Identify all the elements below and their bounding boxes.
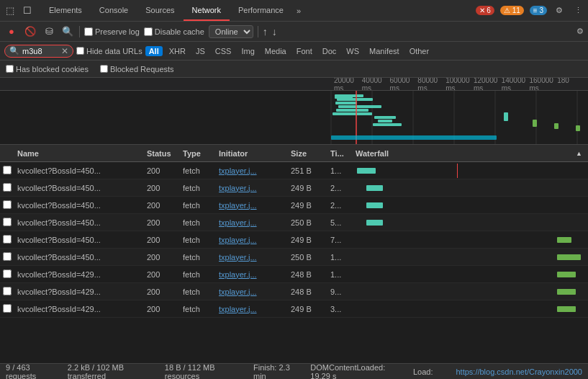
- filter-type-manifest[interactable]: Manifest: [366, 46, 403, 56]
- row-status: 200: [144, 305, 180, 313]
- tab-performance[interactable]: Performance: [230, 0, 292, 21]
- table-row[interactable]: kvcollect?BossId=429... 200 fetch txplay…: [0, 266, 588, 283]
- row-time: 1...: [327, 166, 353, 175]
- has-blocked-cookies-input[interactable]: [6, 65, 14, 73]
- clear-search-button[interactable]: ✕: [61, 46, 68, 56]
- separator-1: [79, 26, 80, 37]
- tl-label-2: 40000 ms: [362, 78, 390, 91]
- filter-type-js[interactable]: JS: [192, 46, 209, 56]
- stop-button[interactable]: 🚫: [23, 24, 37, 39]
- row-checkbox[interactable]: [3, 269, 12, 278]
- row-checkbox[interactable]: [3, 200, 12, 209]
- more-options-icon[interactable]: ⋮: [571, 6, 585, 15]
- transferred-size: 2.2 kB / 102 MB transferred: [68, 363, 153, 380]
- has-blocked-cookies-checkbox[interactable]: Has blocked cookies: [6, 65, 89, 73]
- blocked-requests-checkbox[interactable]: Blocked Requests: [100, 65, 174, 73]
- table-row[interactable]: kvcollect?BossId=450... 200 fetch txplay…: [0, 162, 588, 179]
- row-initiator[interactable]: txplayer.j...: [216, 166, 288, 175]
- filter-type-font[interactable]: Font: [293, 46, 316, 56]
- search-box[interactable]: 🔍 ✕: [4, 45, 73, 58]
- device-icon[interactable]: ☐: [20, 4, 35, 18]
- row-name: kvcollect?BossId=450...: [14, 184, 144, 192]
- tab-more[interactable]: »: [292, 4, 305, 18]
- row-checkbox[interactable]: [3, 235, 12, 244]
- table-row[interactable]: kvcollect?BossId=429... 200 fetch txplay…: [0, 300, 588, 318]
- filter-type-media[interactable]: Media: [261, 46, 290, 56]
- row-waterfall: [353, 215, 585, 230]
- filter-type-css[interactable]: CSS: [212, 46, 235, 56]
- row-status: 200: [144, 184, 180, 192]
- filter-button[interactable]: ⛁: [42, 24, 56, 39]
- row-size: 249 B: [288, 236, 327, 244]
- row-checkbox[interactable]: [3, 183, 12, 192]
- row-checkbox-cell: [3, 200, 14, 210]
- preserve-log-checkbox[interactable]: Preserve log: [84, 27, 140, 36]
- row-name: kvcollect?BossId=450...: [14, 218, 144, 227]
- header-name[interactable]: Name: [14, 149, 144, 158]
- svg-rect-12: [333, 112, 372, 115]
- row-checkbox[interactable]: [3, 218, 12, 226]
- row-initiator[interactable]: txplayer.j...: [216, 201, 288, 210]
- waterfall-chart[interactable]: [0, 91, 588, 145]
- row-checkbox[interactable]: [3, 287, 12, 295]
- row-time: 5...: [327, 218, 353, 227]
- row-initiator[interactable]: txplayer.j...: [216, 253, 288, 262]
- table-row[interactable]: kvcollect?BossId=450... 200 fetch txplay…: [0, 249, 588, 266]
- row-checkbox[interactable]: [3, 304, 12, 313]
- import-button[interactable]: ↑: [263, 26, 268, 37]
- filter-type-ws[interactable]: WS: [343, 46, 363, 56]
- row-checkbox-cell: [3, 287, 14, 297]
- row-size: 248 B: [288, 270, 327, 279]
- table-row[interactable]: kvcollect?BossId=450... 200 fetch txplay…: [0, 179, 588, 197]
- tab-sources[interactable]: Sources: [137, 0, 183, 21]
- row-type: fetch: [180, 287, 216, 296]
- search-button[interactable]: 🔍: [60, 24, 75, 39]
- row-initiator[interactable]: txplayer.j...: [216, 287, 288, 296]
- header-waterfall[interactable]: Waterfall ▲: [353, 149, 585, 158]
- badge-info: ≡ 3: [530, 6, 547, 15]
- disable-cache-input[interactable]: [144, 27, 153, 36]
- preserve-log-input[interactable]: [84, 27, 93, 36]
- record-button[interactable]: ●: [4, 24, 19, 39]
- filter-type-doc[interactable]: Doc: [319, 46, 340, 56]
- header-status[interactable]: Status: [144, 149, 180, 158]
- header-type[interactable]: Type: [180, 149, 216, 158]
- blocked-requests-input[interactable]: [100, 65, 108, 73]
- table-row[interactable]: kvcollect?BossId=450... 200 fetch txplay…: [0, 231, 588, 249]
- hide-data-urls-input[interactable]: [76, 47, 84, 55]
- waterfall-bar: [557, 272, 576, 277]
- row-initiator[interactable]: txplayer.j...: [216, 184, 288, 192]
- disable-cache-checkbox[interactable]: Disable cache: [144, 27, 204, 36]
- hide-data-urls-checkbox[interactable]: Hide data URLs: [76, 47, 143, 55]
- row-status: 200: [144, 218, 180, 227]
- row-status: 200: [144, 287, 180, 296]
- search-input[interactable]: [22, 47, 58, 55]
- row-checkbox[interactable]: [3, 252, 12, 261]
- row-checkbox[interactable]: [3, 166, 12, 174]
- table-row[interactable]: kvcollect?BossId=450... 200 fetch txplay…: [0, 214, 588, 231]
- tab-console[interactable]: Console: [91, 0, 137, 21]
- row-initiator[interactable]: txplayer.j...: [216, 305, 288, 313]
- row-size: 249 B: [288, 201, 327, 210]
- row-type: fetch: [180, 184, 216, 192]
- settings-icon[interactable]: ⚙: [553, 6, 566, 15]
- tab-network[interactable]: Network: [184, 0, 230, 21]
- inspect-icon[interactable]: ⬚: [3, 4, 17, 18]
- status-link[interactable]: https://blog.csdn.net/Crayonxin2000: [456, 367, 582, 376]
- network-settings-icon[interactable]: ⚙: [576, 27, 584, 36]
- filter-type-img[interactable]: Img: [238, 46, 258, 56]
- network-throttle-select[interactable]: Online: [209, 25, 253, 38]
- row-initiator[interactable]: txplayer.j...: [216, 270, 288, 279]
- table-row[interactable]: kvcollect?BossId=429... 200 fetch txplay…: [0, 283, 588, 300]
- header-size[interactable]: Size: [288, 149, 327, 158]
- row-initiator[interactable]: txplayer.j...: [216, 236, 288, 244]
- export-button[interactable]: ↓: [272, 26, 277, 37]
- filter-type-all[interactable]: All: [145, 46, 163, 56]
- tab-elements[interactable]: Elements: [40, 0, 91, 21]
- header-time[interactable]: Ti...: [327, 149, 353, 158]
- header-initiator[interactable]: Initiator: [216, 149, 288, 158]
- filter-type-other[interactable]: Other: [406, 46, 433, 56]
- row-initiator[interactable]: txplayer.j...: [216, 218, 288, 227]
- table-row[interactable]: kvcollect?BossId=450... 200 fetch txplay…: [0, 197, 588, 214]
- filter-type-xhr[interactable]: XHR: [166, 46, 189, 56]
